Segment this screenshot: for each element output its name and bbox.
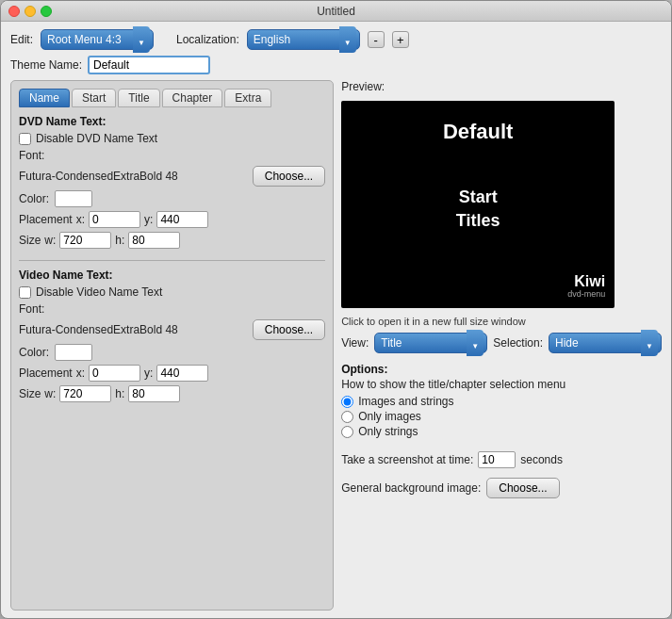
dvd-color-label: Color: [19,192,49,205]
video-h-input[interactable] [128,385,180,402]
titlebar: Untitled [1,1,671,22]
preview-title: Default [443,120,514,144]
video-disable-checkbox[interactable] [19,286,31,299]
radio-only-strings-label: Only strings [358,425,418,438]
dvd-w-input[interactable] [59,232,111,249]
screenshot-label: Take a screenshot at time: [341,453,473,466]
dvd-font-row: Font: [19,149,325,162]
preview-titles: Titles [456,211,500,231]
video-color-label: Color: [19,346,49,359]
dvd-color-swatch[interactable] [55,190,92,207]
screenshot-time-input[interactable] [478,451,516,468]
dvd-y-input[interactable] [156,211,208,228]
tab-start[interactable]: Start [72,89,116,107]
dvd-disable-checkbox[interactable] [19,133,31,145]
dvd-choose-button[interactable]: Choose... [253,166,325,187]
radio-only-images-label: Only images [358,410,421,423]
video-placement-row: Placement x: y: [19,365,325,382]
video-w-input[interactable] [59,385,111,402]
minimize-button[interactable] [25,6,36,17]
radio-images-strings: Images and strings [341,395,662,408]
content-area: Edit: Root Menu 4:3 Root Menu 16:9 Chapt… [1,22,671,618]
window-title: Untitled [317,5,355,18]
left-panel: Name Start Title Chapter Extra DVD Name … [10,80,334,611]
dvd-font-value: Futura-CondensedExtraBold 48 [19,170,178,183]
maximize-button[interactable] [41,6,52,17]
localization-label: Localization: [176,33,239,46]
localization-select-wrap: English French German Spanish [247,29,360,50]
plus-button[interactable]: + [392,31,409,48]
minus-button[interactable]: - [368,31,385,48]
dvd-h-label: h: [115,234,124,247]
video-name-section: Video Name Text: Disable Video Name Text… [19,269,325,406]
dvd-y-label: y: [144,213,153,226]
dvd-font-label: Font: [19,149,44,162]
preview-kiwi: Kiwi [567,274,605,289]
video-choose-button[interactable]: Choose... [253,319,325,340]
radio-only-strings-input[interactable] [341,426,353,438]
screenshot-seconds: seconds [520,453,563,466]
tab-bar: Name Start Title Chapter Extra [19,89,325,107]
video-x-label: x: [76,367,85,380]
radio-only-strings: Only strings [341,425,662,438]
options-description: How to show the title/chapter selection … [341,378,662,391]
tab-chapter[interactable]: Chapter [162,89,223,107]
video-disable-label: Disable Video Name Text [36,285,162,299]
dvd-disable-label: Disable DVD Name Text [36,132,157,145]
selection-label: Selection: [493,336,543,350]
section-divider [19,260,325,261]
selection-select-wrap: Hide Show [549,333,662,353]
video-disable-row: Disable Video Name Text [19,285,325,299]
selection-select[interactable]: Hide Show [549,333,662,353]
main-window: Untitled Edit: Root Menu 4:3 Root Menu 1… [0,0,672,619]
video-y-label: y: [144,367,153,380]
video-size-row: Size w: h: [19,385,325,402]
right-panel: Preview: Default Start Titles Kiwi dvd-m… [341,80,662,611]
toolbar-row: Edit: Root Menu 4:3 Root Menu 16:9 Chapt… [10,29,662,50]
dvd-x-label: x: [76,213,85,226]
dvd-placement-row: Placement x: y: [19,211,325,228]
video-font-label: Font: [19,302,44,316]
localization-select[interactable]: English French German Spanish [247,29,360,50]
view-select-wrap: Title Chapter Root [374,333,487,353]
dvd-name-title: DVD Name Text: [19,115,325,128]
tab-extra[interactable]: Extra [224,89,271,107]
video-y-input[interactable] [156,365,208,382]
tab-name[interactable]: Name [19,89,70,107]
dvd-name-section: DVD Name Text: Disable DVD Name Text Fon… [19,115,325,252]
dvd-placement-label: Placement [19,213,73,226]
radio-only-images-input[interactable] [341,411,353,423]
dvd-font-value-row: Futura-CondensedExtraBold 48 Choose... [19,166,325,187]
view-label: View: [341,336,369,350]
theme-input[interactable] [88,56,210,74]
view-row: View: Title Chapter Root Selection: Hide… [341,333,662,353]
bg-choose-button[interactable]: Choose... [486,478,559,498]
options-title: Options: [341,363,662,376]
traffic-lights [8,6,52,17]
close-button[interactable] [8,6,20,17]
bg-row: General background image: Choose... [341,478,662,498]
tab-title[interactable]: Title [118,89,159,107]
view-select[interactable]: Title Chapter Root [374,333,487,353]
theme-row: Theme Name: [10,56,662,74]
dvd-disable-row: Disable DVD Name Text [19,132,325,145]
video-h-label: h: [115,387,124,400]
dvd-w-label: w: [44,234,56,247]
options-section: Options: How to show the title/chapter s… [341,363,662,440]
preview-menu-items: Start Titles [456,187,500,231]
video-x-input[interactable] [89,365,140,382]
radio-only-images: Only images [341,410,662,423]
dvd-x-input[interactable] [89,211,140,228]
video-font-value-row: Futura-CondensedExtraBold 48 Choose... [19,319,325,340]
edit-label: Edit: [10,33,33,46]
preview-box[interactable]: Default Start Titles Kiwi dvd-menu [341,101,615,308]
video-color-swatch[interactable] [55,344,92,361]
bg-label: General background image: [341,481,481,495]
video-font-value: Futura-CondensedExtraBold 48 [19,323,178,336]
edit-select[interactable]: Root Menu 4:3 Root Menu 16:9 Chapter Men… [41,29,154,50]
dvd-h-input[interactable] [128,232,180,249]
radio-images-strings-input[interactable] [341,396,353,408]
dvd-size-row: Size w: h: [19,232,325,249]
video-font-row: Font: [19,302,325,316]
video-w-label: w: [44,387,56,400]
